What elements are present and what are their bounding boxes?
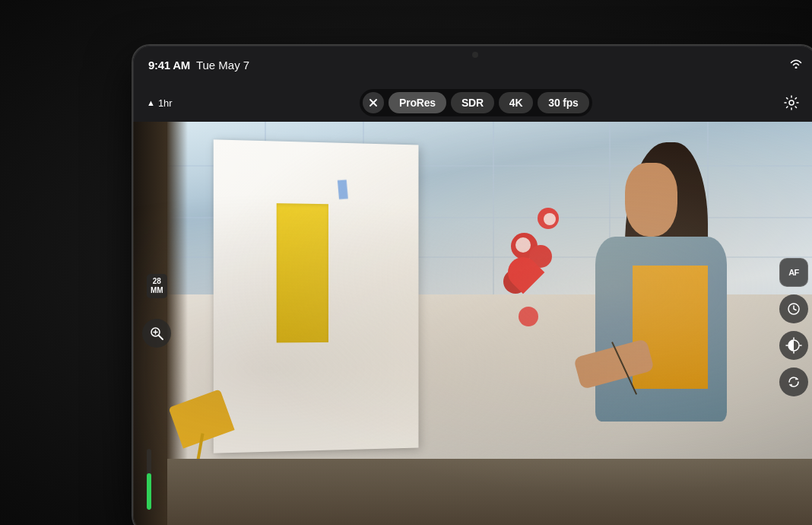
svg-point-2 — [789, 100, 794, 105]
format-pill-sdr[interactable]: SDR — [451, 92, 494, 113]
mm-unit: MM — [151, 286, 163, 294]
close-button[interactable] — [363, 92, 384, 113]
camera-dot — [472, 52, 478, 58]
settings-button[interactable] — [779, 91, 804, 115]
mm-value: 28 — [153, 277, 161, 285]
format-pill-fps[interactable]: 30 fps — [538, 92, 588, 113]
wifi-icon — [790, 59, 802, 71]
flash-button[interactable] — [779, 294, 808, 323]
af-button[interactable]: AF — [779, 258, 808, 287]
format-pill-prores[interactable]: ProRes — [389, 92, 446, 113]
toolbar-center: ProRes SDR 4K 30 fps — [360, 89, 592, 116]
rec-icon: ▲ — [147, 98, 155, 107]
camera-area — [472, 46, 478, 58]
svg-line-4 — [159, 336, 163, 339]
right-controls: AF — [779, 258, 808, 396]
status-time: 9:41 AM — [148, 59, 190, 72]
exposure-button[interactable] — [779, 331, 808, 360]
ipad-frame: 9:41 AM Tue May 7 ▲ 1hr — [133, 46, 812, 525]
recording-label: ▲ 1hr — [147, 97, 173, 109]
zoom-button[interactable] — [142, 319, 171, 348]
status-date: Tue May 7 — [196, 59, 249, 72]
status-left: 9:41 AM Tue May 7 — [148, 59, 249, 72]
toolbar: ▲ 1hr ProRes SDR 4K 30 fps — [133, 84, 812, 122]
level-indicator — [147, 449, 151, 510]
level-fill — [147, 473, 151, 510]
photo-overlay — [133, 122, 812, 525]
rec-time: 1hr — [158, 97, 173, 109]
focal-length-label: 28 MM — [147, 274, 167, 298]
toolbar-left: ▲ 1hr — [147, 97, 173, 109]
format-pill-4k[interactable]: 4K — [499, 92, 534, 113]
toolbar-right — [779, 91, 804, 115]
reset-button[interactable] — [779, 368, 808, 396]
viewfinder: 28 MM AF — [133, 122, 812, 525]
status-right — [790, 59, 802, 71]
af-label: AF — [788, 268, 799, 277]
